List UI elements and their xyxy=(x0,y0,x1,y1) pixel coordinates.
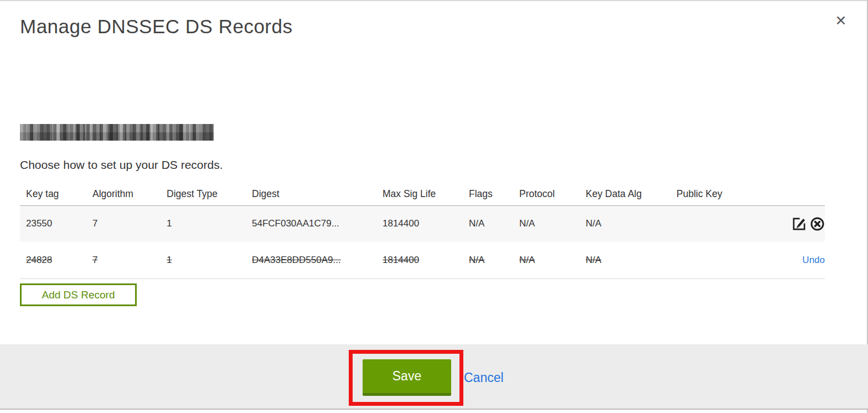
cell-key-tag: 23550 xyxy=(20,205,86,242)
row-actions xyxy=(748,205,825,242)
col-header-digest: Digest xyxy=(246,183,376,205)
cell-digest: D4A33E8DD550A9... xyxy=(246,242,376,278)
cell-algorithm: 7 xyxy=(86,242,161,278)
undo-link[interactable]: Undo xyxy=(802,255,825,265)
table-row: 23550 7 1 54FCF030AA1C79... 1814400 N/A … xyxy=(20,205,825,242)
cell-flags: N/A xyxy=(463,242,513,278)
cell-max-sig-life: 1814400 xyxy=(376,242,463,278)
redacted-domain-name xyxy=(20,124,214,141)
top-edge-divider xyxy=(0,0,868,1)
add-ds-record-button[interactable]: Add DS Record xyxy=(20,283,137,306)
table-row: 24828 7 1 D4A33E8DD550A9... 1814400 N/A … xyxy=(20,242,825,278)
row-actions: Undo xyxy=(748,242,825,278)
cell-digest: 54FCF030AA1C79... xyxy=(246,205,376,242)
save-button[interactable]: Save xyxy=(363,359,451,396)
col-header-public-key: Public Key xyxy=(670,183,748,205)
cell-algorithm: 7 xyxy=(86,205,161,242)
cell-public-key xyxy=(670,242,748,278)
col-header-protocol: Protocol xyxy=(513,183,580,205)
cell-max-sig-life: 1814400 xyxy=(376,205,463,242)
cell-protocol: N/A xyxy=(513,242,580,278)
cell-public-key xyxy=(670,205,748,242)
col-header-flags: Flags xyxy=(463,183,513,205)
cell-key-tag: 24828 xyxy=(20,242,86,278)
cell-flags: N/A xyxy=(463,205,513,242)
cell-digest-type: 1 xyxy=(161,242,246,278)
col-header-key-tag: Key tag xyxy=(20,183,86,205)
col-header-key-data-alg: Key Data Alg xyxy=(580,183,670,205)
cell-protocol: N/A xyxy=(513,205,580,242)
col-header-actions xyxy=(748,183,825,205)
dnssec-modal: Manage DNSSEC DS Records ✕ Choose how to… xyxy=(0,0,868,413)
cell-digest-type: 1 xyxy=(161,205,246,242)
table-header-row: Key tag Algorithm Digest Type Digest Max… xyxy=(20,183,825,205)
cell-key-data-alg: N/A xyxy=(580,205,670,242)
delete-record-icon[interactable] xyxy=(810,216,825,231)
cell-key-data-alg: N/A xyxy=(580,242,670,278)
col-header-max-sig-life: Max Sig Life xyxy=(376,183,463,205)
edit-record-icon[interactable] xyxy=(792,216,807,231)
ds-records-table: Key tag Algorithm Digest Type Digest Max… xyxy=(20,183,825,279)
ds-records-instruction: Choose how to set up your DS records. xyxy=(20,158,223,172)
cancel-link[interactable]: Cancel xyxy=(464,370,504,385)
col-header-digest-type: Digest Type xyxy=(161,183,246,205)
close-icon[interactable]: ✕ xyxy=(831,11,850,30)
page-title: Manage DNSSEC DS Records xyxy=(20,16,292,38)
col-header-algorithm: Algorithm xyxy=(86,183,161,205)
